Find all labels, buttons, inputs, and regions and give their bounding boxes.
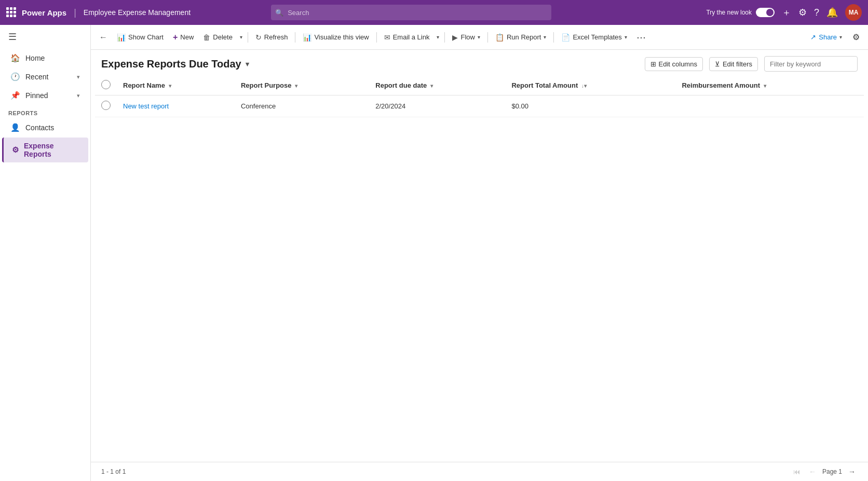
row-reimbursement-amount-cell [675, 95, 864, 117]
view-header: Expense Reports Due Today ▾ ⊞ Edit colum… [91, 50, 868, 76]
flow-chevron-icon: ▾ [478, 34, 480, 40]
help-icon-btn[interactable]: ? [814, 7, 819, 18]
page-label: Page 1 [822, 468, 842, 475]
table-footer: 1 - 1 of 1 ⏮ ← Page 1 → [91, 462, 868, 481]
app-divider: | [74, 7, 76, 18]
sidebar-item-contacts[interactable]: 👤 Contacts [2, 119, 88, 136]
filter-keyword-input[interactable] [764, 56, 858, 72]
email-link-button[interactable]: ✉ Email a Link [380, 31, 434, 44]
edit-columns-button[interactable]: ⊞ Edit columns [645, 57, 703, 71]
row-report-due-date-cell: 2/20/2024 [369, 95, 505, 117]
more-button[interactable]: ⋯ [632, 31, 650, 44]
report-total-amount-sort-icon: ↓▾ [581, 83, 587, 89]
visualize-view-button[interactable]: 📊 Visualize this view [299, 31, 373, 44]
sidebar-hamburger-icon[interactable]: ☰ [0, 25, 90, 49]
contacts-icon: 👤 [10, 123, 20, 132]
content-area: ← 📊 Show Chart + New 🗑 Delete ▾ ↻ Refres… [91, 25, 868, 481]
new-button[interactable]: + New [169, 30, 198, 45]
flow-icon: ▶ [452, 33, 458, 42]
share-chevron-icon: ▾ [839, 34, 842, 40]
sidebar-item-pinned[interactable]: 📌 Pinned ▾ [2, 87, 88, 104]
col-report-total-amount-header[interactable]: Report Total Amount ↓▾ [505, 76, 675, 95]
refresh-icon: ↻ [255, 33, 262, 42]
show-chart-icon: 📊 [117, 33, 126, 42]
show-chart-button[interactable]: 📊 Show Chart [113, 31, 168, 44]
share-icon: ↗ [810, 33, 816, 41]
row-report-total-amount-cell: $0.00 [505, 95, 675, 117]
email-link-dropdown-button[interactable]: ▾ [435, 32, 441, 43]
sidebar-section-label: Reports [0, 105, 90, 118]
recent-icon: 🕐 [10, 72, 20, 81]
search-icon: 🔍 [275, 9, 283, 17]
sidebar-item-recent[interactable]: 🕐 Recent ▾ [2, 68, 88, 86]
excel-icon: 📄 [561, 33, 570, 42]
try-new-look: Try the new look [706, 8, 775, 17]
view-settings-button[interactable]: ⚙ [848, 30, 864, 45]
email-chevron-icon: ▾ [437, 34, 439, 40]
row-report-purpose-cell: Conference [235, 95, 369, 117]
edit-columns-icon: ⊞ [650, 60, 656, 68]
view-title-text: Expense Reports Due Today [101, 58, 241, 70]
table-row: New test report Conference 2/20/2024 $0.… [95, 95, 864, 117]
new-icon: + [173, 33, 178, 42]
app-grid-icon[interactable] [6, 7, 17, 18]
col-report-name-header[interactable]: Report Name ▾ [117, 76, 235, 95]
notifications-icon-btn[interactable]: 🔔 [826, 7, 838, 18]
report-name-sort-icon: ▾ [169, 83, 171, 89]
row-checkbox-cell [95, 95, 117, 117]
run-report-button[interactable]: 📋 Run Report ▾ [491, 31, 550, 44]
main-layout: ☰ 🏠 Home 🕐 Recent ▾ 📌 Pinned ▾ Reports 👤… [0, 25, 868, 481]
filter-icon: ⊻ [715, 60, 720, 68]
sidebar-item-home[interactable]: 🏠 Home [2, 49, 88, 67]
recent-chevron-icon: ▾ [77, 74, 80, 80]
avatar[interactable]: MA [845, 4, 862, 21]
sidebar-item-home-label: Home [25, 54, 45, 62]
excel-templates-button[interactable]: 📄 Excel Templates ▾ [557, 31, 631, 44]
col-checkbox-header [95, 76, 117, 95]
edit-filters-button[interactable]: ⊻ Edit filters [709, 57, 758, 71]
new-look-toggle[interactable] [756, 8, 775, 17]
view-actions: ⊞ Edit columns ⊻ Edit filters [645, 56, 858, 72]
add-icon-btn[interactable]: ＋ [782, 6, 791, 19]
row-report-name-cell: New test report [117, 95, 235, 117]
first-page-button[interactable]: ⏮ [791, 466, 803, 477]
col-reimbursement-amount-header[interactable]: Reimbursement Amount ▾ [675, 76, 864, 95]
sidebar: ☰ 🏠 Home 🕐 Recent ▾ 📌 Pinned ▾ Reports 👤… [0, 25, 91, 481]
sidebar-item-expense-reports[interactable]: ⚙ Expense Reports [2, 138, 88, 162]
prev-page-button[interactable]: ← [807, 466, 818, 477]
search-input[interactable] [271, 5, 551, 20]
sidebar-item-pinned-label: Pinned [25, 91, 48, 100]
separator-4 [444, 32, 445, 43]
view-title-chevron-icon: ▾ [246, 60, 249, 68]
back-button[interactable]: ← [95, 30, 112, 45]
try-new-look-label: Try the new look [706, 9, 752, 16]
run-report-icon: 📋 [495, 33, 504, 42]
sidebar-item-contacts-label: Contacts [25, 123, 54, 132]
delete-button[interactable]: 🗑 Delete [199, 31, 237, 44]
visualize-icon: 📊 [303, 33, 311, 42]
settings-icon-btn[interactable]: ⚙ [798, 7, 807, 18]
share-button[interactable]: ↗ Share ▾ [805, 31, 847, 44]
select-all-checkbox[interactable] [101, 80, 111, 89]
separator-6 [553, 32, 554, 43]
col-report-purpose-header[interactable]: Report Purpose ▾ [235, 76, 369, 95]
expense-reports-table: Report Name ▾ Report Purpose ▾ Report du… [95, 76, 864, 117]
refresh-button[interactable]: ↻ Refresh [251, 31, 292, 44]
expense-reports-icon: ⚙ [12, 145, 19, 155]
row-checkbox[interactable] [101, 101, 111, 110]
home-icon: 🏠 [10, 53, 20, 63]
separator-3 [376, 32, 377, 43]
delete-dropdown-button[interactable]: ▾ [238, 32, 245, 43]
flow-button[interactable]: ▶ Flow ▾ [448, 31, 484, 44]
delete-chevron-icon: ▾ [240, 34, 242, 40]
report-purpose-sort-icon: ▾ [295, 83, 297, 89]
top-bar-right: Try the new look ＋ ⚙ ? 🔔 MA [706, 4, 862, 21]
next-page-button[interactable]: → [846, 466, 858, 477]
col-report-due-date-header[interactable]: Report due date ▾ [369, 76, 505, 95]
reimbursement-amount-sort-icon: ▾ [764, 83, 766, 89]
report-name-link[interactable]: New test report [123, 102, 169, 110]
view-title[interactable]: Expense Reports Due Today ▾ [101, 58, 249, 70]
app-name[interactable]: Power Apps [22, 8, 66, 17]
sidebar-item-recent-label: Recent [25, 73, 48, 81]
search-bar: 🔍 [271, 5, 551, 20]
